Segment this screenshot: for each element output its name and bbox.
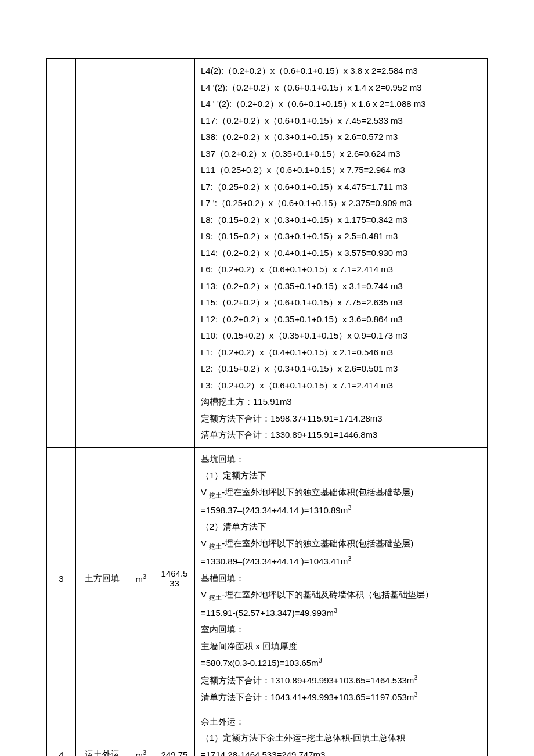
row-calc: 基坑回填：（1）定额方法下V 挖土-埋在室外地坪以下的独立基础体积(包括基础垫层… (195, 447, 488, 710)
row-qty: 1464.533 (154, 447, 195, 710)
row-qty: 249.75 (154, 710, 195, 756)
row-unit (128, 59, 154, 447)
row-name: 土方回填 (76, 447, 128, 710)
row-calc: L4(2):（0.2+0.2）x（0.6+0.1+0.15）x 3.8 x 2=… (195, 59, 488, 447)
table-row: 4 运土外运 m3 249.75 余土外运：（1）定额方法下余土外运=挖土总体积… (47, 710, 488, 756)
row-name: 运土外运 (76, 710, 128, 756)
table-row: 3 土方回填 m3 1464.533 基坑回填：（1）定额方法下V 挖土-埋在室… (47, 447, 488, 710)
quantity-table: L4(2):（0.2+0.2）x（0.6+0.1+0.15）x 3.8 x 2=… (46, 58, 488, 756)
row-calc: 余土外运：（1）定额方法下余土外运=挖土总体积-回填土总体积=1714.28-1… (195, 710, 488, 756)
row-name (76, 59, 128, 447)
row-unit: m3 (128, 710, 154, 756)
table-body: L4(2):（0.2+0.2）x（0.6+0.1+0.15）x 3.8 x 2=… (47, 59, 488, 756)
row-number: 3 (47, 447, 76, 710)
row-unit: m3 (128, 447, 154, 710)
row-qty (154, 59, 195, 447)
row-number (47, 59, 76, 447)
row-number: 4 (47, 710, 76, 756)
table-row: L4(2):（0.2+0.2）x（0.6+0.1+0.15）x 3.8 x 2=… (47, 59, 488, 447)
